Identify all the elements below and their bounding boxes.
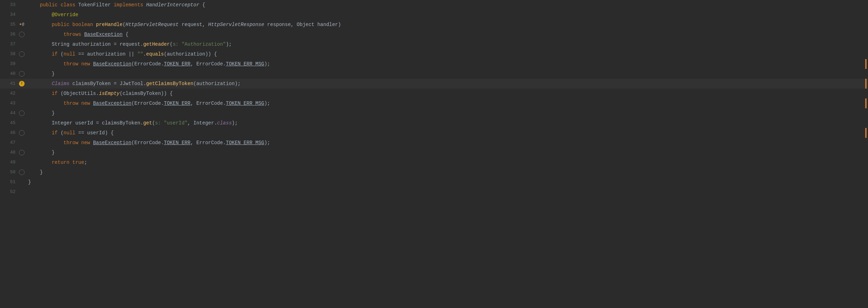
line-number: 40 bbox=[0, 69, 17, 79]
warning-icon: ! bbox=[19, 81, 25, 86]
gutter-52 bbox=[17, 187, 27, 197]
gutter-50 bbox=[17, 167, 27, 177]
gutter-34 bbox=[17, 10, 27, 20]
table-row: 38 if ( null == authorization || "" . eq… bbox=[0, 49, 868, 59]
table-row: 50 } bbox=[0, 167, 868, 177]
table-row: 39 throw new BaseException ( ErrorCode .… bbox=[0, 59, 868, 69]
gutter-45 bbox=[17, 118, 27, 128]
line-number: 35 bbox=[0, 20, 17, 30]
line-number: 46 bbox=[0, 128, 17, 138]
line-45-content: Integer userId = claimsByToken. get ( s:… bbox=[27, 118, 238, 128]
gutter-42 bbox=[17, 89, 27, 98]
code-editor: 33 public class TokenFilter implements H… bbox=[0, 0, 868, 308]
table-row: 35 ● @ public boolean preHandle ( HttpSe… bbox=[0, 20, 868, 30]
gutter-35: ● @ bbox=[17, 20, 27, 30]
line-number: 52 bbox=[0, 187, 17, 197]
line-number: 44 bbox=[0, 108, 17, 118]
table-row: 49 return true ; bbox=[0, 158, 868, 167]
line-number: 34 bbox=[0, 10, 17, 20]
gutter-40 bbox=[17, 69, 27, 79]
table-row: 42 if ( ObjectUtils . isEmpty ( claimsBy… bbox=[0, 89, 868, 98]
line-38-content: if ( null == authorization || "" . equal… bbox=[27, 49, 217, 59]
gutter-44 bbox=[17, 108, 27, 118]
line-number: 45 bbox=[0, 118, 17, 128]
gutter-51 bbox=[17, 177, 27, 187]
line-43-content: throw new BaseException ( ErrorCode . TO… bbox=[27, 98, 270, 108]
gutter-36 bbox=[17, 30, 27, 39]
table-row: 34 @Override bbox=[0, 10, 868, 20]
line-49-content: return true ; bbox=[27, 158, 87, 167]
gutter-47 bbox=[17, 138, 27, 148]
line-44-content: } bbox=[27, 108, 55, 118]
line-39-content: throw new BaseException ( ErrorCode . TO… bbox=[27, 59, 270, 69]
line-47-content: throw new BaseException ( ErrorCode . TO… bbox=[27, 138, 270, 148]
line-36-content: throws BaseException { bbox=[27, 30, 129, 39]
table-row: 51 } bbox=[0, 177, 868, 187]
table-row: 46 if ( null == userId ) { bbox=[0, 128, 868, 138]
line-40-content: } bbox=[27, 69, 55, 79]
table-row: 43 throw new BaseException ( ErrorCode .… bbox=[0, 98, 868, 108]
line-35-content: public boolean preHandle ( HttpServletRe… bbox=[27, 20, 341, 30]
line-33-content: public class TokenFilter implements Hand… bbox=[27, 0, 205, 10]
line-48-content: } bbox=[27, 148, 55, 158]
line-42-content: if ( ObjectUtils . isEmpty ( claimsByTok… bbox=[27, 89, 173, 98]
table-row: 48 } bbox=[0, 148, 868, 158]
line-number: 39 bbox=[0, 59, 17, 69]
line-52-content bbox=[27, 187, 28, 197]
line-46-content: if ( null == userId ) { bbox=[27, 128, 114, 138]
table-row: 52 bbox=[0, 187, 868, 197]
table-row: 33 public class TokenFilter implements H… bbox=[0, 0, 868, 10]
table-row: 40 } bbox=[0, 69, 868, 79]
line-number: 48 bbox=[0, 148, 17, 158]
line-number: 49 bbox=[0, 158, 17, 167]
line-number: 38 bbox=[0, 49, 17, 59]
line-number: 41 bbox=[0, 79, 17, 89]
gutter-37 bbox=[17, 39, 27, 49]
gutter-33 bbox=[17, 0, 27, 10]
line-37-content: String authorization = request. getHeade… bbox=[27, 39, 232, 49]
line-number: 33 bbox=[0, 0, 17, 10]
right-indicator-43 bbox=[865, 98, 867, 108]
line-number: 42 bbox=[0, 89, 17, 98]
gutter-48 bbox=[17, 148, 27, 158]
gutter-39 bbox=[17, 59, 27, 69]
gutter-46 bbox=[17, 128, 27, 138]
line-number: 36 bbox=[0, 30, 17, 39]
line-number: 47 bbox=[0, 138, 17, 148]
table-row: 37 String authorization = request. getHe… bbox=[0, 39, 868, 49]
line-50-content: } bbox=[27, 167, 43, 177]
table-row: 45 Integer userId = claimsByToken. get (… bbox=[0, 118, 868, 128]
right-indicator bbox=[865, 59, 867, 69]
right-indicator-41 bbox=[865, 79, 867, 89]
gutter-41: ! bbox=[17, 79, 27, 89]
line-number: 37 bbox=[0, 39, 17, 49]
gutter-43 bbox=[17, 98, 27, 108]
gutter-49 bbox=[17, 158, 27, 167]
table-row: 47 throw new BaseException ( ErrorCode .… bbox=[0, 138, 868, 148]
gutter-38 bbox=[17, 49, 27, 59]
table-row: 44 } bbox=[0, 108, 868, 118]
line-number: 51 bbox=[0, 177, 17, 187]
table-row: 41 ! Claims claimsByToken = JJwtTool . g… bbox=[0, 79, 868, 89]
line-number: 43 bbox=[0, 98, 17, 108]
line-51-content: } bbox=[27, 177, 31, 187]
line-41-content: Claims claimsByToken = JJwtTool . getCla… bbox=[27, 79, 241, 89]
table-row: 36 throws BaseException { bbox=[0, 30, 868, 39]
right-indicator-46 bbox=[865, 128, 867, 138]
line-number: 50 bbox=[0, 167, 17, 177]
line-34-content: @Override bbox=[27, 10, 78, 20]
